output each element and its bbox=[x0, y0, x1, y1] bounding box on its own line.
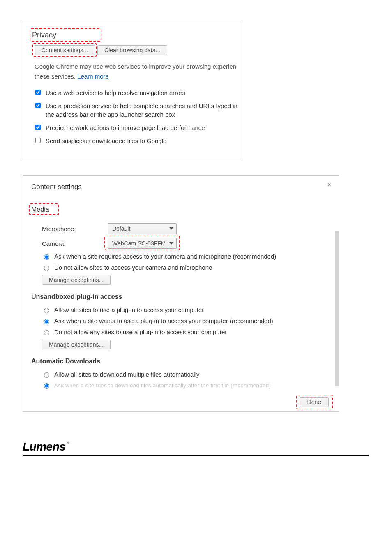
clear-browsing-data-button[interactable]: Clear browsing data... bbox=[97, 45, 167, 55]
label-suspicious-files: Send suspicious downloaded files to Goog… bbox=[46, 137, 238, 145]
label-navigation-errors: Use a web service to help resolve naviga… bbox=[46, 89, 238, 97]
plugin-manage-exceptions-button[interactable]: Manage exceptions... bbox=[42, 340, 111, 349]
label-downloads-ask-cutoff: Ask when a site tries to download files … bbox=[54, 382, 271, 388]
learn-more-link[interactable]: Learn more bbox=[77, 73, 109, 80]
privacy-desc-line2: these services. bbox=[35, 73, 77, 80]
checkbox-navigation-errors[interactable] bbox=[35, 90, 41, 95]
checkbox-suspicious-files[interactable] bbox=[35, 138, 41, 143]
checkbox-predict-network[interactable] bbox=[35, 125, 41, 130]
microphone-label: Microphone: bbox=[42, 225, 108, 232]
radio-plugin-ask[interactable] bbox=[44, 319, 49, 324]
content-settings-dialog: × Content settings Media Microphone: Def… bbox=[23, 175, 339, 412]
privacy-panel: Privacy Content settings... Clear browsi… bbox=[23, 21, 240, 160]
label-media-ask: Ask when a site requires access to your … bbox=[54, 253, 276, 260]
highlight-camera-select bbox=[104, 236, 180, 250]
radio-plugin-deny[interactable] bbox=[44, 330, 49, 335]
brand-footer: Lumens™ bbox=[23, 440, 369, 456]
label-media-deny: Do not allow sites to access your camera… bbox=[54, 264, 212, 271]
label-plugin-allow: Allow all sites to use a plug-in to acce… bbox=[54, 306, 204, 313]
checkbox-prediction-service[interactable] bbox=[35, 103, 41, 108]
highlight-privacy bbox=[30, 28, 101, 42]
camera-label: Camera: bbox=[42, 240, 108, 247]
media-manage-exceptions-button[interactable]: Manage exceptions... bbox=[42, 275, 111, 285]
highlight-content-settings-btn bbox=[32, 43, 97, 57]
radio-media-deny[interactable] bbox=[44, 266, 49, 271]
radio-downloads-ask[interactable] bbox=[44, 383, 49, 388]
content-settings-title: Content settings bbox=[31, 183, 330, 191]
microphone-select[interactable]: Default bbox=[108, 223, 177, 234]
label-plugin-deny: Do not allow any sites to use a plug-in … bbox=[54, 328, 227, 335]
radio-media-ask[interactable] bbox=[44, 254, 49, 260]
brand-text: Lumens bbox=[23, 440, 65, 453]
radio-plugin-allow[interactable] bbox=[44, 308, 49, 313]
trademark-symbol: ™ bbox=[66, 441, 69, 445]
label-downloads-allow: Allow all sites to download multiple fil… bbox=[54, 371, 200, 378]
highlight-media bbox=[29, 204, 59, 215]
downloads-title: Automatic Downloads bbox=[31, 358, 330, 365]
privacy-desc-line1: Google Chrome may use web services to im… bbox=[35, 63, 236, 70]
radio-downloads-allow[interactable] bbox=[44, 372, 49, 378]
privacy-description: Google Chrome may use web services to im… bbox=[35, 62, 238, 81]
label-predict-network: Predict network actions to improve page … bbox=[46, 124, 238, 132]
label-plugin-ask: Ask when a site wants to use a plug-in t… bbox=[54, 317, 273, 324]
brand-logo: Lumens™ bbox=[23, 440, 69, 453]
plugin-title: Unsandboxed plug-in access bbox=[31, 293, 330, 301]
label-prediction-service: Use a prediction service to help complet… bbox=[46, 102, 238, 119]
close-icon[interactable]: × bbox=[327, 181, 331, 189]
highlight-done bbox=[296, 395, 333, 409]
